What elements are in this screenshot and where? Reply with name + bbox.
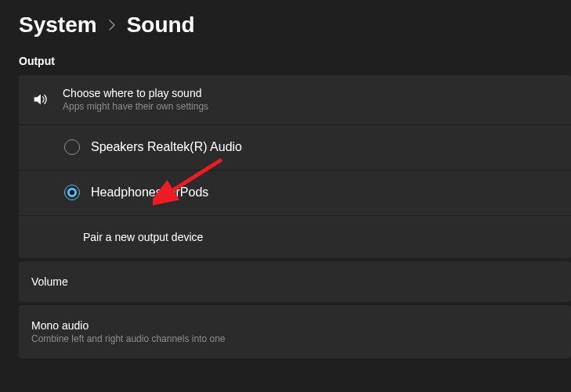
output-device-headphones[interactable]: Headphones AirPods bbox=[19, 171, 571, 216]
choose-output-row[interactable]: Choose where to play sound Apps might ha… bbox=[19, 75, 571, 125]
breadcrumb-parent[interactable]: System bbox=[19, 13, 97, 38]
volume-card[interactable]: Volume bbox=[19, 261, 571, 302]
pair-output-device-link[interactable]: Pair a new output device bbox=[19, 216, 571, 258]
choose-output-title: Choose where to play sound bbox=[63, 86, 558, 100]
radio-headphones[interactable] bbox=[64, 185, 80, 200]
chevron-right-icon bbox=[108, 20, 116, 31]
mono-audio-card[interactable]: Mono audio Combine left and right audio … bbox=[19, 305, 571, 358]
speaker-icon bbox=[31, 91, 63, 108]
radio-speakers[interactable] bbox=[64, 139, 80, 155]
breadcrumb-current: Sound bbox=[127, 13, 195, 38]
output-device-speakers[interactable]: Speakers Realtek(R) Audio bbox=[19, 125, 571, 171]
device-name: Speakers bbox=[91, 140, 144, 153]
device-detail: AirPods bbox=[164, 185, 208, 199]
pair-output-label: Pair a new output device bbox=[83, 231, 203, 243]
device-detail: Realtek(R) Audio bbox=[147, 140, 242, 153]
section-label-output: Output bbox=[19, 55, 571, 67]
output-panel: Choose where to play sound Apps might ha… bbox=[19, 75, 571, 258]
device-name: Headphones bbox=[91, 185, 162, 199]
breadcrumb: System Sound bbox=[19, 13, 571, 38]
mono-title: Mono audio bbox=[31, 319, 558, 332]
choose-output-sub: Apps might have their own settings bbox=[63, 100, 558, 113]
mono-sub: Combine left and right audio channels in… bbox=[31, 333, 558, 344]
volume-title: Volume bbox=[31, 275, 558, 288]
